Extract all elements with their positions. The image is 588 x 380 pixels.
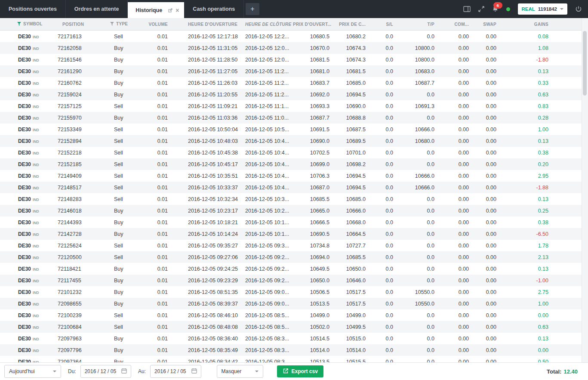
table-row[interactable]: DE30IND72097796Buy0.012016-12-05 08:35:4…	[0, 344, 582, 356]
table-row[interactable]: DE30IND72097364Buy0.012016-12-05 08:34:4…	[0, 356, 582, 362]
notifications-bell-icon[interactable]: 6	[492, 6, 499, 12]
filter-icon[interactable]	[110, 22, 114, 27]
table-row[interactable]: DE30IND72148517Sell0.012016-12-05 10:33:…	[0, 182, 582, 193]
cell-symbol: DE30IND	[0, 89, 52, 100]
tab-historique[interactable]: Historique ×	[128, 2, 184, 18]
column-header-tp[interactable]: T/P	[396, 18, 437, 31]
cell-symbol: DE30IND	[0, 65, 52, 77]
add-tab-button[interactable]: +	[246, 3, 259, 15]
cell-close-time: 2016-12-05 11:0...	[241, 112, 292, 124]
table-row[interactable]: DE30IND72152218Sell0.012016-12-05 10:45:…	[0, 147, 582, 158]
layout-icon[interactable]	[463, 6, 471, 12]
table-row[interactable]: DE30IND72171613Sell0.012016-12-05 12:17:…	[0, 31, 582, 43]
column-header-type[interactable]: TYPE	[103, 18, 142, 31]
calendar-icon[interactable]	[191, 368, 197, 375]
tab-positions-ouvertes[interactable]: Positions ouvertes	[0, 0, 66, 18]
cell-volume: 0.01	[142, 77, 172, 89]
cell-symbol: DE30IND	[0, 240, 52, 251]
table-row[interactable]: DE30IND72162058Buy0.012016-12-05 11:31:0…	[0, 42, 582, 54]
cell-swap: 0.00	[471, 158, 499, 170]
symbol-label: DE30	[18, 92, 31, 98]
cell-tp: 0.0	[396, 356, 437, 362]
symbol-category-tag: IND	[33, 35, 39, 39]
symbol-label: DE30	[18, 161, 31, 167]
column-header-volume[interactable]: VOLUME	[142, 18, 172, 31]
table-row[interactable]: DE30IND72146018Buy0.012016-12-05 10:23:1…	[0, 205, 582, 216]
cell-symbol: DE30IND	[0, 263, 52, 275]
table-row[interactable]: DE30IND72098655Buy0.012016-12-05 08:39:3…	[0, 298, 582, 309]
cell-volume: 0.01	[142, 193, 172, 205]
table-row[interactable]: DE30IND72155970Buy0.012016-12-05 11:03:3…	[0, 112, 582, 124]
header-row: SYMBOL POSITION TYPE VOLUME HEURE D'	[0, 18, 582, 31]
cell-sl: 0.0	[368, 170, 396, 182]
column-header-close-time[interactable]: HEURE DE CLÔTURE	[241, 18, 292, 31]
scrollbar-thumb[interactable]	[583, 31, 587, 96]
filter-icon[interactable]	[17, 22, 21, 27]
cell-gains: 0.38	[499, 147, 582, 158]
table-row[interactable]: DE30IND72101232Buy0.012016-12-05 08:51:3…	[0, 286, 582, 298]
table-row[interactable]: DE30IND72097963Buy0.012016-12-05 08:36:4…	[0, 333, 582, 344]
cell-swap: 0.00	[471, 344, 499, 356]
table-row[interactable]: DE30IND72152894Sell0.012016-12-05 10:48:…	[0, 135, 582, 147]
export-csv-button[interactable]: Export csv	[277, 365, 323, 377]
cell-position: 72100239	[52, 309, 103, 321]
cell-tp: 10800.0	[396, 42, 437, 54]
visibility-select[interactable]: Masquer	[217, 365, 263, 378]
calendar-icon[interactable]	[121, 368, 127, 375]
column-label: HEURE D'OUVERTURE	[188, 22, 237, 27]
table-row[interactable]: DE30IND72157125Sell0.012016-12-05 11:09:…	[0, 100, 582, 112]
fullscreen-icon[interactable]	[478, 6, 484, 12]
cell-swap: 0.00	[471, 147, 499, 158]
to-date-input[interactable]: 2016 / 12 / 05	[150, 365, 201, 378]
table-row[interactable]: DE30IND72159024Buy0.012016-12-05 11:20:5…	[0, 89, 582, 100]
account-selector[interactable]: REAL 1191842	[518, 3, 567, 15]
close-tab-icon[interactable]: ×	[175, 7, 179, 13]
table-row[interactable]: DE30IND72153349Sell0.012016-12-05 10:50:…	[0, 124, 582, 135]
from-date-input[interactable]: 2016 / 12 / 05	[80, 365, 131, 378]
table-row[interactable]: DE30IND72152185Sell0.012016-12-05 10:45:…	[0, 158, 582, 170]
cell-sl: 0.0	[368, 321, 396, 333]
column-header-symbol[interactable]: SYMBOL	[0, 18, 52, 31]
table-row[interactable]: DE30IND72142728Buy0.012016-12-05 10:14:2…	[0, 228, 582, 240]
cell-volume: 0.01	[142, 182, 172, 193]
cell-position: 72162058	[52, 42, 103, 54]
cell-commission: 0.00	[437, 344, 471, 356]
column-header-position[interactable]: POSITION	[52, 18, 103, 31]
cell-swap: 0.00	[471, 182, 499, 193]
table-row[interactable]: DE30IND72100684Sell0.012016-12-05 08:48:…	[0, 321, 582, 333]
table-row[interactable]: DE30IND72160762Buy0.012016-12-05 11:26:0…	[0, 77, 582, 89]
table-row[interactable]: DE30IND72161290Buy0.012016-12-05 11:27:0…	[0, 65, 582, 77]
table-row[interactable]: DE30IND72149409Sell0.012016-12-05 10:35:…	[0, 170, 582, 182]
power-icon[interactable]	[575, 6, 582, 12]
column-header-close-price[interactable]: PRIX DE C...	[332, 18, 368, 31]
column-header-gains[interactable]: GAINS	[499, 18, 582, 31]
table-row[interactable]: DE30IND72148283Sell0.012016-12-05 10:32:…	[0, 193, 582, 205]
tab-ordres-en-attente[interactable]: Ordres en attente	[66, 0, 128, 18]
table-row[interactable]: DE30IND72120500Sell0.012016-12-05 09:27:…	[0, 251, 582, 263]
table-row[interactable]: DE30IND72161546Buy0.012016-12-05 11:28:5…	[0, 54, 582, 65]
popout-icon[interactable]	[168, 8, 172, 12]
column-header-swap[interactable]: SWAP	[471, 18, 499, 31]
cell-gains: 1.00	[499, 124, 582, 135]
table-row[interactable]: DE30IND72117455Buy0.012016-12-05 09:23:2…	[0, 275, 582, 286]
column-header-open-price[interactable]: PRIX D'OUVERT...	[292, 18, 332, 31]
column-header-open-time[interactable]: HEURE D'OUVERTURE	[172, 18, 241, 31]
table-row[interactable]: DE30IND72144393Buy0.012016-12-05 10:18:2…	[0, 216, 582, 228]
vertical-scrollbar[interactable]	[582, 18, 588, 362]
cell-open-price: 10706.3	[292, 170, 332, 182]
table-row[interactable]: DE30IND72100239Sell0.012016-12-05 08:46:…	[0, 309, 582, 321]
cell-close-time: 2016-12-05 10:5...	[241, 124, 292, 135]
cell-open-time: 2016-12-05 10:50:04	[172, 124, 241, 135]
symbol-category-tag: IND	[33, 302, 39, 306]
cell-tp: 0.0	[396, 228, 437, 240]
table-row[interactable]: DE30IND72125624Sell0.012016-12-05 09:35:…	[0, 240, 582, 251]
cell-swap: 0.00	[471, 112, 499, 124]
table-row[interactable]: DE30IND72118421Buy0.012016-12-05 09:24:2…	[0, 263, 582, 275]
tab-cash-operations[interactable]: Cash operations	[184, 0, 244, 18]
cell-type: Sell	[103, 100, 142, 112]
column-header-commission[interactable]: COM...	[437, 18, 471, 31]
cell-commission: 0.00	[437, 216, 471, 228]
column-header-sl[interactable]: S/L	[368, 18, 396, 31]
cell-swap: 0.00	[471, 77, 499, 89]
date-range-select[interactable]: Aujourd'hui	[4, 365, 61, 378]
